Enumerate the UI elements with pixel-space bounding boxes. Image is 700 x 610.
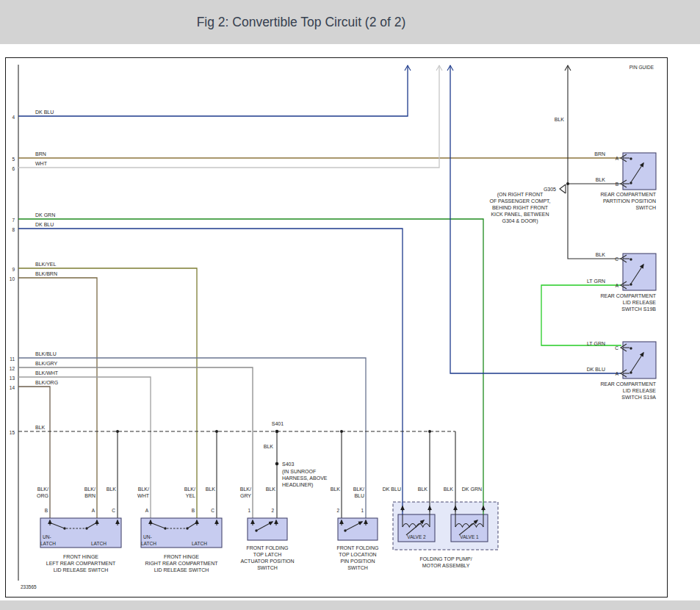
splice-label: S403 (282, 462, 294, 467)
component-caption-line: REAR COMPARTMENT (600, 192, 656, 197)
wire-color-label: WHT (35, 161, 48, 166)
component-caption-line: REAR COMPARTMENT (600, 293, 656, 298)
wire-color-label: BLK (206, 487, 216, 492)
component-box (248, 518, 287, 540)
wire-color-label: BLK/BLU (35, 351, 57, 356)
wire-color-label: BLK/ (138, 487, 149, 492)
page: { "header": { "title": "Fig 2: Convertib… (0, 0, 700, 610)
terminal-pin-label: A (92, 508, 95, 513)
wire-color-label: DK BLU (35, 110, 54, 115)
component-caption-line: FRONT HINGE (164, 554, 199, 559)
wire-blk-right (568, 65, 621, 259)
contact-dot (629, 347, 632, 349)
component-caption-line: MOTOR ASSEMBLY (422, 563, 470, 568)
valve-label: VALVE 2 (407, 534, 426, 539)
wire-color-label: DK GRN (462, 487, 482, 492)
splice-location-line: HEADLINER) (282, 482, 313, 488)
wire-dk-blu-4 (18, 65, 408, 116)
switch-position-label: LATCH (40, 541, 56, 546)
splice-s403-dot (275, 462, 279, 466)
terminal-pin-label: C (211, 508, 214, 513)
splice-location-line: (IN SUNROOF (282, 469, 316, 475)
component-caption-line: TOP LATCH (253, 552, 282, 557)
ground-connector-icon (560, 184, 566, 193)
wire-color-label: BLK/ (240, 487, 251, 492)
terminal-pin-label: 1 (248, 508, 250, 513)
wiring-diagram: 4 DK BLU 5 BRN 6 WHT 7 DK GRN 8 DK BLU 9… (0, 0, 700, 610)
junction-dot (340, 430, 343, 433)
wire-color-label: LT GRN (587, 279, 605, 284)
row-number: 8 (12, 227, 15, 232)
component-caption-line: PARTITION POSITION (603, 198, 656, 204)
ground-location-line: KICK PANEL, BETWEEN (491, 212, 549, 217)
wire-color-label: DK BLU (35, 222, 54, 227)
wire-color-label: BRN (594, 151, 605, 157)
terminal-pin-label: B (192, 508, 195, 513)
folding-top-pump-motor-assembly: VALVE 2 VALVE 1 FOLDING TOP PUMP/ MOTOR … (393, 502, 498, 568)
component-caption-line: TOP LOCATION (339, 552, 376, 557)
wire-color-label: BLK (596, 252, 606, 257)
front-hinge-left-lid-release-switch: UN- LATCH LATCH FRONT HINGE LEFT REAR CO… (40, 518, 121, 573)
component-caption-line: SWITCH (257, 565, 278, 570)
row-number: 5 (12, 157, 15, 162)
component-caption-line: LID RELEASE SWITCH (154, 567, 209, 573)
wire-color-label: YEL (186, 493, 195, 498)
contact-dot (629, 157, 632, 159)
wire-color-label: BLK (35, 425, 46, 430)
junction-dot (428, 430, 431, 433)
splice-location-line: HARNESS, ABOVE (282, 476, 328, 481)
wire-color-label: BLK/ (37, 487, 48, 492)
wire-color-label: GRY (240, 493, 251, 498)
component-caption-line: FRONT HINGE (63, 554, 98, 559)
ground-location-line: G304 & DOOR) (502, 218, 538, 224)
row-number: 4 (12, 115, 15, 120)
terminal-pin-label: C (615, 256, 618, 262)
component-caption-line: SWITCH (347, 565, 368, 570)
terminal-pin-label: B (45, 508, 48, 513)
terminal-pin-label: A (616, 283, 619, 288)
wire-color-label: BLK (264, 444, 274, 449)
junction-dot (566, 182, 569, 185)
ground-label: G305 (544, 187, 556, 192)
front-folding-top-location-pin-position-switch: FRONT FOLDING TOP LOCATION PIN POSITION … (336, 518, 378, 570)
wire-color-label: BLK (555, 117, 565, 122)
switch-position-label: UN- (143, 534, 152, 539)
wire-color-label: ORG (37, 493, 48, 498)
wire-blk-gry-12 (18, 367, 253, 518)
wire-color-label: BRN (84, 493, 95, 498)
wire-color-label: BLK (107, 487, 117, 492)
row-number: 12 (10, 366, 15, 371)
splice-s401-dot (275, 430, 279, 434)
component-caption-line: FRONT FOLDING (336, 545, 378, 550)
component-caption-line: SWITCH S19B (621, 306, 656, 312)
junction-dot (215, 430, 218, 433)
terminal-pin-label: C (112, 508, 115, 513)
row-number: 15 (10, 430, 15, 435)
switch-position-label: LATCH (141, 541, 156, 546)
row-number: 6 (12, 166, 15, 171)
wire-blk-yel-9 (18, 268, 197, 518)
wire-blk-brn-10 (18, 278, 97, 518)
wire-color-label: BLK (596, 177, 606, 182)
component-caption-line: REAR COMPARTMENT (600, 381, 656, 387)
component-caption-line: ACTUATOR POSITION (240, 559, 294, 564)
bottom-wire-labels: BLK/ ORG BLK/ BRN BLK BLK/ WHT BLK/ YEL … (37, 487, 482, 498)
terminal-pin-label: 2 (271, 508, 274, 513)
wire-color-label: DK GRN (35, 212, 55, 218)
front-hinge-right-lid-release-switch: UN- LATCH LATCH FRONT HINGE RIGHT REAR C… (141, 518, 222, 573)
component-caption-line: FOLDING TOP PUMP/ (419, 556, 472, 561)
wire-color-label: BLK/BRN (35, 271, 57, 276)
ground-location-line: OF PASSENGER COMPT, (489, 198, 550, 204)
front-folding-top-latch-actuator-position-switch: FRONT FOLDING TOP LATCH ACTUATOR POSITIO… (240, 518, 294, 570)
switch-position-label: UN- (43, 534, 51, 539)
terminal-pin-label: 2 (336, 508, 339, 513)
wire-color-label: LT GRN (587, 341, 605, 346)
wire-color-label: BLK (331, 487, 341, 492)
row-number: 14 (10, 385, 15, 390)
left-connector-rows: 4 DK BLU 5 BRN 6 WHT 7 DK GRN 8 DK BLU 9… (10, 65, 621, 518)
wire-color-label: BLK/ (353, 487, 364, 492)
wire-color-label: WHT (137, 493, 150, 498)
component-caption-line: SWITCH S19A (621, 395, 656, 400)
terminal-pin-label: C (615, 345, 618, 351)
wire-color-label: DK BLU (383, 487, 401, 492)
